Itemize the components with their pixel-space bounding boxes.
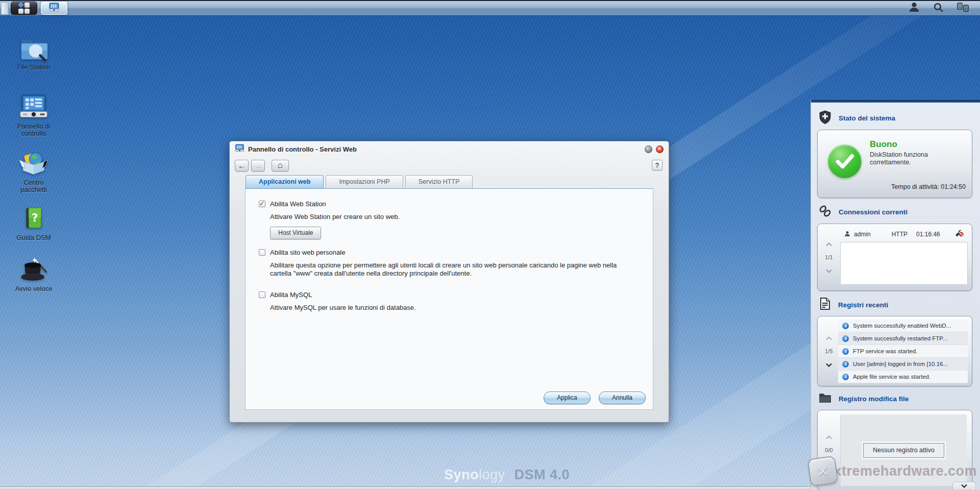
- window-content: Applicazioni web Impostazioni PHP Serviz…: [245, 175, 653, 410]
- brand-product: DSM 4.0: [514, 467, 570, 482]
- window-toolbar: ← → ⌂ ?: [230, 157, 669, 174]
- search-button[interactable]: [933, 2, 944, 15]
- brand-light: logy: [479, 467, 505, 482]
- status-message: DiskStation funziona correttamente.: [870, 151, 954, 166]
- taskbar-right: [909, 2, 980, 15]
- cancel-button[interactable]: Annulla: [599, 391, 646, 404]
- mysql-label: Abilita MySQL: [270, 291, 312, 299]
- system-health-panel: Buono DiskStation funziona correttamente…: [817, 130, 972, 198]
- show-desktop-button[interactable]: [1, 2, 9, 15]
- tab-applicazioni-web[interactable]: Applicazioni web: [246, 175, 324, 188]
- control-panel-icon: [4, 91, 63, 120]
- page-down-icon[interactable]: [825, 360, 832, 369]
- close-button[interactable]: ✕: [656, 145, 664, 153]
- widget-title: Registro modifica file: [839, 395, 909, 403]
- shield-icon: [818, 110, 832, 126]
- recent-logs-panel: 1/5 iSystem successfully enabled WebD...…: [817, 316, 972, 386]
- dsm-branding: Synology DSM 4.0: [444, 467, 570, 483]
- desktop-icon-control-panel[interactable]: Pannello di controllo: [4, 91, 63, 137]
- pager-label: 1/1: [825, 254, 832, 260]
- web-apps-form: Abilita Web Station Attivare Web Station…: [246, 189, 653, 323]
- recent-logs-header: Registri recenti: [818, 297, 972, 312]
- forward-button[interactable]: →: [251, 160, 265, 172]
- desktop-icon-label: File Station: [10, 64, 57, 71]
- svg-text:?: ?: [32, 211, 38, 224]
- connection-row: admin HTTP 01:16:46: [840, 228, 968, 242]
- widget-title: Connessioni correnti: [839, 208, 908, 216]
- control-panel-task-icon: [48, 3, 60, 14]
- connections-header: Connessioni correnti: [818, 204, 972, 220]
- log-row[interactable]: iSystem successfully enabled WebD...: [838, 320, 968, 332]
- desktop-icon-file-station[interactable]: File Station: [4, 32, 63, 71]
- desktop-icon-dsm-help[interactable]: ? Guida DSM: [4, 202, 63, 241]
- taskbar-item-control-panel[interactable]: [41, 2, 67, 15]
- folder-icon: [818, 391, 832, 406]
- back-button[interactable]: ←: [235, 160, 249, 172]
- logs-pager: 1/5: [818, 316, 840, 386]
- mysql-checkbox[interactable]: [259, 291, 265, 298]
- web-station-row: Abilita Web Station: [259, 200, 640, 208]
- widget-title: Registri recenti: [838, 301, 888, 309]
- pager-label: 1/5: [825, 348, 832, 354]
- info-icon: i: [842, 374, 849, 380]
- page-up-icon[interactable]: [825, 333, 832, 342]
- apply-button[interactable]: Applica: [544, 391, 591, 404]
- desktop-icon-package-center[interactable]: Centro pacchetti: [4, 147, 63, 193]
- virtual-host-button[interactable]: Host Virtuale: [270, 227, 321, 239]
- watermark-x-icon: ✕: [807, 456, 839, 487]
- help-book-icon: ?: [4, 202, 63, 232]
- magic-hat-icon: [4, 253, 63, 283]
- tab-servizio-http[interactable]: Servizio HTTP: [405, 175, 473, 188]
- package-center-icon: [4, 147, 63, 177]
- main-menu-icon: [18, 3, 30, 14]
- window-titlebar[interactable]: Pannello di controllo - Servizi Web ✕: [230, 141, 669, 157]
- help-button[interactable]: ?: [652, 160, 663, 170]
- disconnect-icon[interactable]: [954, 229, 964, 239]
- web-station-description: Attivare Web Station per creare un sito …: [270, 213, 640, 221]
- desktop-icon-label: Guida DSM: [10, 234, 57, 241]
- desktop-icon-label: Centro pacchetti: [10, 179, 57, 193]
- personal-site-description: Abilitare questa opzione per permettere …: [270, 261, 640, 278]
- home-button[interactable]: ⌂: [272, 160, 289, 172]
- mysql-row: Abilita MySQL: [259, 291, 640, 299]
- info-icon: i: [842, 348, 849, 355]
- folder-search-icon: [4, 32, 63, 61]
- pilot-view-icon: [957, 3, 969, 14]
- info-icon: i: [842, 323, 849, 329]
- user-icon: [909, 2, 920, 15]
- minimize-button[interactable]: [645, 145, 652, 153]
- page-up-icon[interactable]: [825, 432, 832, 442]
- desktop-icon-quick-start[interactable]: Avvio veloce: [4, 253, 63, 292]
- status-text: Buono: [870, 139, 966, 150]
- desktop: File Station Pannello di: [0, 0, 980, 490]
- log-row[interactable]: iApple file service was started.: [838, 371, 968, 383]
- page-up-icon[interactable]: [825, 239, 832, 249]
- user-menu-button[interactable]: [909, 2, 920, 15]
- tab-impostazioni-php[interactable]: Impostazioni PHP: [326, 175, 403, 188]
- log-row[interactable]: iFTP service was started.: [838, 345, 968, 358]
- connections-panel: 1/1 admin HTTP 01:16:46: [817, 224, 972, 291]
- document-icon: [818, 297, 831, 312]
- brand-bold: Syno: [444, 467, 479, 482]
- page-down-icon[interactable]: [825, 266, 832, 275]
- status-ok-icon: [828, 144, 862, 178]
- window-icon: [235, 144, 244, 154]
- personal-site-label: Abilita sito web personale: [270, 249, 345, 256]
- desktop-icon-label: Avvio veloce: [10, 285, 57, 292]
- personal-site-checkbox[interactable]: [259, 249, 265, 256]
- log-row[interactable]: iSystem successfully restarted FTP...: [838, 332, 968, 345]
- main-menu-button[interactable]: [11, 2, 37, 15]
- watermark: ✕ xtremehardware.com: [809, 457, 977, 485]
- form-footer: Applica Annulla: [544, 391, 646, 404]
- taskbar: [0, 0, 980, 16]
- log-row[interactable]: iUser [admin] logged in from [10.16...: [838, 358, 968, 371]
- tab-bar: Applicazioni web Impostazioni PHP Serviz…: [245, 175, 653, 188]
- watermark-text: xtremehardware.com: [834, 463, 977, 479]
- window-controls: ✕: [645, 145, 664, 153]
- pilot-view-button[interactable]: [957, 3, 969, 14]
- back-icon: ←: [238, 161, 246, 170]
- web-station-label: Abilita Web Station: [270, 200, 326, 208]
- web-station-checkbox[interactable]: [259, 201, 265, 207]
- search-icon: [933, 2, 944, 15]
- tab-panel: Abilita Web Station Attivare Web Station…: [245, 188, 653, 410]
